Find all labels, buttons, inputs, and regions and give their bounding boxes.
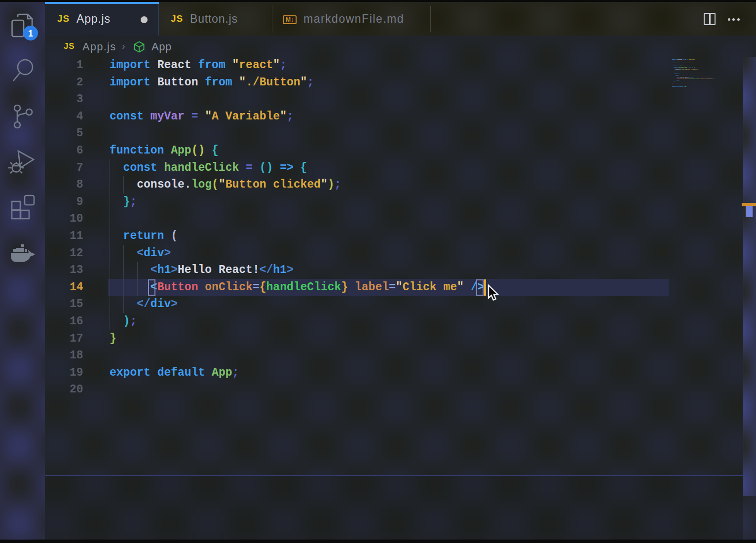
svg-text:1: 1 <box>28 29 33 39</box>
